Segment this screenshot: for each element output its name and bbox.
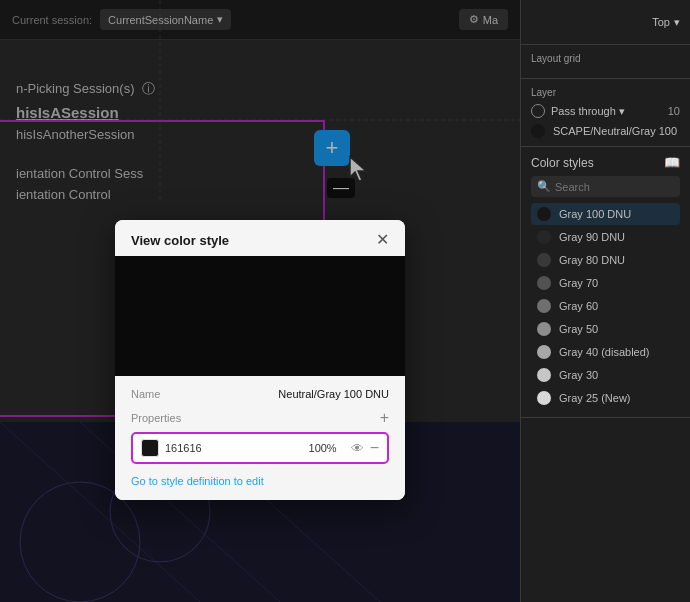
style-color-dot bbox=[537, 368, 551, 382]
modal-name-value: Neutral/Gray 100 DNU bbox=[278, 388, 389, 400]
style-label: Gray 80 DNU bbox=[559, 254, 625, 266]
style-label: Gray 70 bbox=[559, 277, 598, 289]
style-color-dot bbox=[537, 345, 551, 359]
color-style-item[interactable]: Gray 60 bbox=[531, 295, 680, 317]
right-panel: Top ▾ Layout grid Layer Pass through ▾ 1… bbox=[520, 0, 690, 602]
layer-color-dot bbox=[531, 124, 545, 138]
layer-section: Layer Pass through ▾ 10 SCAPE/Neutral/Gr… bbox=[521, 79, 690, 147]
eye-icon[interactable]: 👁 bbox=[351, 441, 364, 456]
chevron-down-icon: ▾ bbox=[674, 16, 680, 29]
style-label: Gray 50 bbox=[559, 323, 598, 335]
color-styles-title: Color styles bbox=[531, 156, 594, 170]
color-styles-section: Color styles 📖 🔍 Gray 100 DNU Gray 90 DN… bbox=[521, 147, 690, 418]
style-color-dot bbox=[537, 299, 551, 313]
style-label: Gray 30 bbox=[559, 369, 598, 381]
modal-name-field: Name Neutral/Gray 100 DNU bbox=[131, 388, 389, 400]
modal-color-preview bbox=[115, 256, 405, 376]
top-alignment-dropdown[interactable]: Top ▾ bbox=[652, 16, 680, 29]
book-icon[interactable]: 📖 bbox=[664, 155, 680, 170]
layer-color-row: SCAPE/Neutral/Gray 100 bbox=[531, 124, 680, 138]
style-color-dot bbox=[537, 253, 551, 267]
modal-name-label: Name bbox=[131, 388, 160, 400]
layer-blend-icon bbox=[531, 104, 545, 118]
panel-top-alignment: Top ▾ bbox=[521, 0, 690, 45]
color-opacity-value: 100% bbox=[309, 442, 337, 454]
modal-add-property-button[interactable]: + bbox=[380, 410, 389, 426]
style-label: Gray 25 (New) bbox=[559, 392, 631, 404]
color-style-item[interactable]: Gray 30 bbox=[531, 364, 680, 386]
view-color-style-modal: View color style ✕ Name Neutral/Gray 100… bbox=[115, 220, 405, 500]
color-style-item[interactable]: Gray 80 DNU bbox=[531, 249, 680, 271]
modal-body: Name Neutral/Gray 100 DNU Properties + 1… bbox=[115, 376, 405, 500]
layout-grid-section: Layout grid bbox=[521, 45, 690, 79]
style-label: Gray 40 (disabled) bbox=[559, 346, 650, 358]
color-style-item[interactable]: Gray 50 bbox=[531, 318, 680, 340]
modal-color-row[interactable]: 161616 100% 👁 − bbox=[131, 432, 389, 464]
canvas-area: Current session: CurrentSessionName ▾ ⚙ … bbox=[0, 0, 520, 602]
search-icon: 🔍 bbox=[537, 180, 551, 193]
search-input[interactable] bbox=[555, 181, 674, 193]
style-color-dot bbox=[537, 276, 551, 290]
color-search-box[interactable]: 🔍 bbox=[531, 176, 680, 197]
color-style-item[interactable]: Gray 25 (New) bbox=[531, 387, 680, 409]
style-label: Gray 100 DNU bbox=[559, 208, 631, 220]
layer-row: Pass through ▾ 10 bbox=[531, 104, 680, 118]
style-list: Gray 100 DNU Gray 90 DNU Gray 80 DNU Gra… bbox=[531, 203, 680, 409]
style-color-dot bbox=[537, 322, 551, 336]
color-swatch bbox=[141, 439, 159, 457]
style-label: Gray 90 DNU bbox=[559, 231, 625, 243]
go-to-definition-link[interactable]: Go to style definition to edit bbox=[131, 475, 264, 487]
layer-section-label: Layer bbox=[531, 87, 680, 98]
style-color-dot bbox=[537, 207, 551, 221]
color-style-item[interactable]: Gray 90 DNU bbox=[531, 226, 680, 248]
style-label: Gray 60 bbox=[559, 300, 598, 312]
layer-opacity-value: 10 bbox=[668, 105, 680, 117]
layer-blend-dropdown[interactable]: Pass through ▾ bbox=[551, 105, 662, 118]
style-color-dot bbox=[537, 391, 551, 405]
modal-header: View color style ✕ bbox=[115, 220, 405, 256]
chevron-down-icon: ▾ bbox=[619, 105, 625, 118]
modal-title: View color style bbox=[131, 233, 229, 248]
layout-grid-label: Layout grid bbox=[531, 53, 680, 64]
color-style-item[interactable]: Gray 70 bbox=[531, 272, 680, 294]
color-styles-header: Color styles 📖 bbox=[531, 155, 680, 170]
modal-overlay: View color style ✕ Name Neutral/Gray 100… bbox=[0, 0, 520, 602]
color-style-item[interactable]: Gray 40 (disabled) bbox=[531, 341, 680, 363]
color-style-item[interactable]: Gray 100 DNU bbox=[531, 203, 680, 225]
layer-color-name: SCAPE/Neutral/Gray 100 bbox=[553, 125, 677, 137]
color-hex-value: 161616 bbox=[165, 442, 303, 454]
top-alignment-label: Top bbox=[652, 16, 670, 28]
style-color-dot bbox=[537, 230, 551, 244]
modal-close-button[interactable]: ✕ bbox=[376, 232, 389, 248]
remove-color-button[interactable]: − bbox=[370, 440, 379, 456]
modal-properties-header: Properties + bbox=[131, 410, 389, 426]
